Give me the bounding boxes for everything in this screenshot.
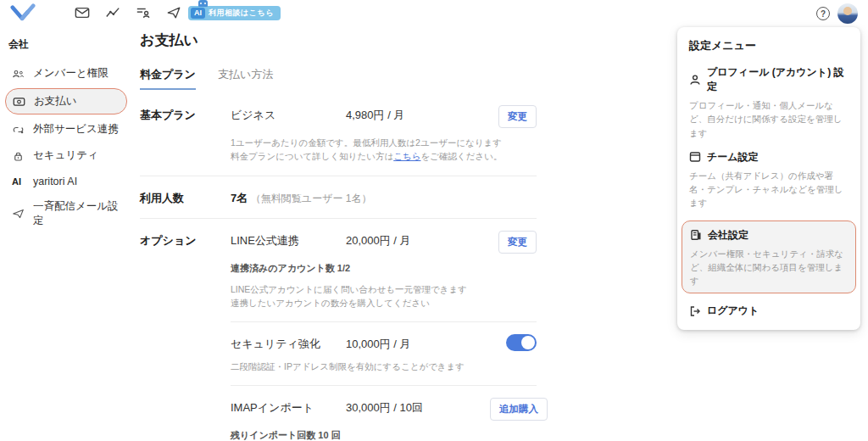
settings-menu-title: 設定メニュー [689,38,849,53]
analytics-icon[interactable] [105,6,120,20]
sidebar-item-label: 一斉配信メール設定 [33,199,129,228]
options-label: オプション [140,231,231,248]
imap-option-price: 30,000円 / 10回 [346,398,490,416]
basic-plan-notes: 1ユーザーあたりの金額です。最低利用人数は2ユーザーになります 料金プランについ… [231,136,537,164]
user-avatar[interactable] [837,3,858,24]
menu-item-desc: プロフィール・通知・個人メールなど、自分だけに関係する設定を管理します [689,98,849,140]
yaritori-logo-icon[interactable] [10,3,36,22]
purchase-imap-button[interactable]: 追加購入 [490,398,548,421]
user-count-row: 利用人数 7名 （無料閲覧ユーザー 1名） [140,188,537,206]
option-imap-row: IMAPインポート 30,000円 / 10回 追加購入 残りインポート回数 1… [140,398,537,441]
sidebar-item-label: お支払い [34,94,77,109]
line-linked-accounts: 連携済みのアカウント数 1/2 [231,262,537,275]
change-plan-button[interactable]: 変更 [498,105,537,128]
payment-page: お支払い 料金プラン 支払い方法 基本プラン ビジネス 4,980円 / 月 変… [140,31,537,441]
help-icon[interactable]: ? [816,7,830,20]
top-bar: AI 利用相談はこちら ? [0,0,868,25]
divider [140,176,537,176]
ai-chip-label: AI [191,8,205,19]
line-option-name: LINE公式連携 [231,231,346,248]
company-settings-sidebar: 会社 メンバーと権限 お支払い 外部サービス連携 セキュリティ AI yarit… [0,32,136,234]
sidebar-item-external-services[interactable]: 外部サービス連携 [0,116,136,142]
sidebar-item-label: メンバーと権限 [33,66,108,81]
sidebar-item-yaritori-ai[interactable]: AI yaritori AI [0,169,136,193]
line-note2: 連携したいアカウントの数分を購入してください [231,296,537,310]
note-text: 料金プランについて詳しく知りたい方は [231,151,393,161]
imap-option-name: IMAPインポート [231,398,346,416]
ai-badge-label: 利用相談はこちら [209,8,274,19]
payment-card-icon [13,95,26,108]
basic-plan-label: 基本プラン [140,105,231,123]
menu-item-label: チーム設定 [707,150,759,165]
basic-plan-price: 4,980円 / 月 [346,105,490,123]
basic-plan-row: 基本プラン ビジネス 4,980円 / 月 変更 1ユーザーあたりの金額です。最… [140,105,537,164]
user-count-free-viewers: （無料閲覧ユーザー 1名） [251,193,372,204]
spacer [140,334,231,337]
building-icon [690,229,702,241]
link-sync-icon [12,123,25,136]
menu-item-label: プロフィール (アカウント) 設定 [707,65,849,94]
send-campaign-icon[interactable] [166,6,181,20]
option-line-row: オプション LINE公式連携 20,000円 / 月 変更 連携済みのアカウント… [140,231,537,310]
settings-dropdown-menu: 設定メニュー プロフィール (アカウント) 設定 プロフィール・通知・個人メール… [677,27,860,330]
sidebar-item-label: セキュリティ [33,148,98,163]
change-line-button[interactable]: 変更 [498,231,537,254]
security-note: 二段階認証・IPアドレス制限を有効にすることができます [231,360,537,373]
option-security-row: セキュリティ強化 10,000円 / 月 二段階認証・IPアドレス制限を有効にす… [140,334,537,373]
tab-plan[interactable]: 料金プラン [140,67,196,90]
menu-item-label: 会社設定 [708,228,748,243]
line-note1: LINE公式アカウントに届く問い合わせも一元管理できます [231,282,537,296]
person-icon [689,74,701,86]
line-option-price: 20,000円 / 月 [346,231,490,248]
security-toggle-on[interactable] [506,334,537,351]
spacer [140,398,231,400]
sidebar-item-payment[interactable]: お支払い [5,88,127,114]
divider [140,218,537,219]
security-option-name: セキュリティ強化 [231,334,346,352]
page-title: お支払い [140,31,537,50]
menu-item-desc: チーム（共有アドレス）の作成や署名・テンプレ・チャネルなどを管理します [689,169,849,210]
line-option-notes: LINE公式アカウントに届く問い合わせも一元管理できます 連携したいアカウントの… [231,282,537,310]
menu-item-label: ログアウト [707,304,759,318]
team-board-icon [689,151,701,163]
sidebar-item-label: 外部サービス連携 [33,122,119,137]
user-count-value: 7名 （無料閲覧ユーザー 1名） [231,188,537,206]
tab-payment-method[interactable]: 支払い方法 [218,67,273,90]
sidebar-item-broadcast-mail[interactable]: 一斉配信メール設定 [0,193,136,234]
ai-text-icon: AI [12,175,25,187]
menu-item-profile-settings[interactable]: プロフィール (アカウント) 設定 [689,65,849,94]
note-text: をご確認ください。 [420,151,502,161]
basic-plan-note1: 1ユーザーあたりの金額です。最低利用人数は2ユーザーになります [231,136,537,149]
basic-plan-name: ビジネス [231,105,346,123]
logout-icon [689,305,701,317]
sidebar-item-security[interactable]: セキュリティ [0,142,136,169]
menu-item-company-settings[interactable]: 会社設定 [690,228,848,243]
sidebar-item-label: yaritori AI [33,176,77,187]
plan-details-link[interactable]: こちら [393,151,420,161]
robot-icon [198,0,208,7]
security-option-notes: 二段階認証・IPアドレス制限を有効にすることができます [231,360,537,373]
members-icon [12,67,25,80]
user-count-number: 7名 [231,192,248,204]
menu-item-desc: メンバー権限・セキュリティ・請求など、組織全体に関わる項目を管理します [690,247,848,288]
basic-plan-note2: 料金プランについて詳しく知りたい方はこちらをご確認ください。 [231,149,537,163]
menu-item-company-settings-highlight: 会社設定 メンバー権限・セキュリティ・請求など、組織全体に関わる項目を管理します [682,220,856,294]
menu-item-team-settings[interactable]: チーム設定 [689,150,849,165]
mail-icon[interactable] [75,6,90,20]
payment-tabs: 料金プラン 支払い方法 [140,67,537,90]
sidebar-header: 会社 [0,32,136,60]
paper-plane-icon [12,208,25,220]
divider [231,321,537,322]
security-option-price: 10,000円 / 月 [346,334,490,352]
sidebar-item-members[interactable]: メンバーと権限 [0,60,136,87]
contacts-list-icon[interactable] [136,6,151,20]
imap-remaining-count: 残りインポート回数 10 回 [231,429,548,441]
ai-consult-badge[interactable]: AI 利用相談はこちら [188,6,281,20]
menu-item-logout[interactable]: ログアウト [689,304,849,318]
user-count-label: 利用人数 [140,188,231,206]
lock-icon [12,149,25,162]
divider [231,385,537,386]
